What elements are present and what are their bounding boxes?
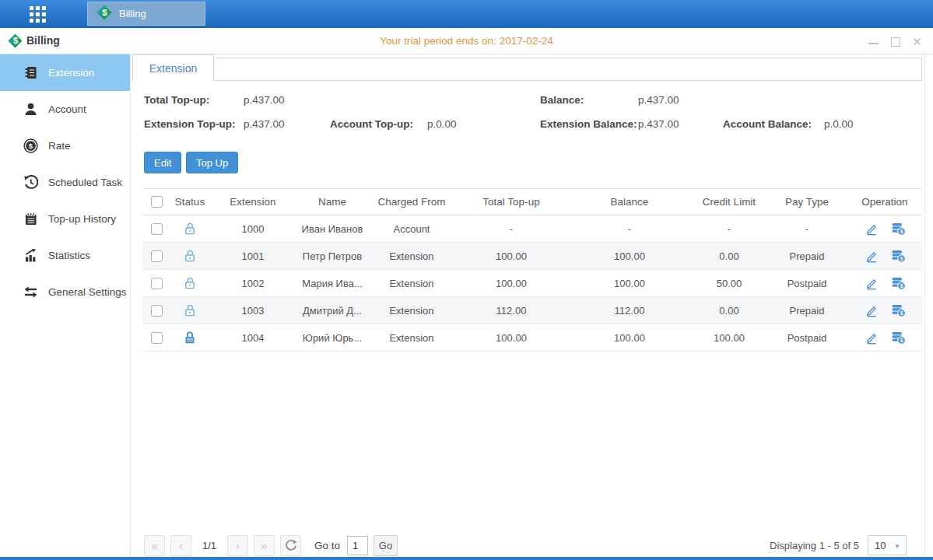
prev-page-button[interactable]: ‹ [170, 535, 191, 556]
operation-cell: $ [847, 222, 922, 236]
goto-page-input[interactable] [347, 536, 368, 555]
top-up-coins-icon[interactable]: $ [891, 276, 906, 290]
select-all-checkbox[interactable] [151, 196, 163, 208]
sidebar-item-statistics[interactable]: Statistics [0, 237, 130, 274]
account-balance-value: p.0.00 [824, 118, 854, 130]
edit-button[interactable]: Edit [144, 152, 181, 173]
credit-limit-cell: 50.00 [692, 278, 766, 289]
table-header-row: StatusExtensionNameCharged FromTotal Top… [142, 188, 922, 215]
extension-topup-label: Extension Top-up: [144, 118, 236, 130]
top-up-coins-icon[interactable]: $ [891, 222, 906, 236]
table-row[interactable]: 1003Дмитрий Д...Extension112.00112.000.0… [142, 297, 922, 324]
row-checkbox[interactable] [151, 332, 163, 344]
edit-pencil-icon[interactable] [865, 303, 879, 317]
charged-from-cell: Extension [368, 250, 455, 262]
column-header-pay-type: Pay Type [766, 196, 847, 208]
svg-text:$: $ [900, 256, 903, 262]
balance-cell: 100.00 [567, 332, 692, 344]
top-up-button[interactable]: Top Up [186, 152, 238, 173]
column-header-charged-from: Charged From [368, 196, 455, 208]
table-row[interactable]: 1002Мария Ива...Extension100.00100.0050.… [142, 270, 922, 297]
edit-pencil-icon[interactable] [865, 331, 879, 345]
history-clock-icon [23, 175, 38, 190]
extension-balance-label: Extension Balance: [540, 118, 637, 130]
refresh-button[interactable] [280, 535, 301, 556]
table-row[interactable]: 1001Петр ПетровExtension100.00100.000.00… [142, 243, 922, 270]
go-button[interactable]: Go [374, 535, 398, 556]
row-checkbox-cell [142, 278, 170, 289]
column-header-operation: Operation [847, 196, 922, 208]
svg-text:$: $ [900, 310, 903, 317]
pagination: « ‹ 1/1 › » Go to Go [144, 534, 398, 556]
tab-extension[interactable]: Extension [132, 54, 214, 81]
next-page-button[interactable]: › [227, 535, 248, 556]
minimize-button[interactable] [868, 37, 879, 47]
table-row[interactable]: 1000Иван ИвановAccount----$ [142, 215, 922, 243]
top-up-coins-icon[interactable]: $ [891, 249, 906, 263]
charged-from-cell: Extension [368, 278, 455, 289]
top-up-coins-icon[interactable]: $ [891, 303, 906, 317]
page-size-value: 10 [875, 540, 886, 551]
row-checkbox[interactable] [151, 223, 163, 235]
sidebar: ExtensionAccount$RateScheduled TaskTop-u… [0, 54, 131, 557]
balance-value: p.437.00 [638, 94, 679, 106]
status-cell [170, 331, 209, 345]
bar-chart-icon [23, 248, 38, 263]
total-topup-label: Total Top-up: [144, 94, 209, 106]
pay-type-cell: Prepaid [766, 250, 847, 262]
sidebar-item-scheduled-task[interactable]: Scheduled Task [0, 164, 130, 201]
sidebar-item-label: Rate [48, 140, 71, 152]
name-cell: Дмитрий Д... [296, 305, 368, 317]
extension-balance-value: p.437.00 [638, 118, 679, 130]
dollar-circle-icon: $ [23, 138, 38, 153]
displaying-text: Displaying 1 - 5 of 5 [770, 540, 859, 551]
row-checkbox[interactable] [151, 305, 163, 317]
maximize-button[interactable] [890, 37, 900, 47]
lock-open-icon [183, 249, 197, 263]
taskbar: $ Billing ! [0, 0, 933, 28]
edit-pencil-icon[interactable] [865, 249, 879, 263]
edit-pencil-icon[interactable] [865, 276, 879, 290]
name-cell: Иван Иванов [296, 223, 368, 235]
pay-type-cell: Prepaid [766, 305, 847, 317]
edit-pencil-icon[interactable] [865, 222, 879, 236]
sidebar-item-account[interactable]: Account [0, 91, 130, 128]
last-page-button[interactable]: » [254, 535, 275, 556]
page-size-select[interactable]: 10 ▼ [868, 535, 907, 555]
sidebar-item-general-settings[interactable]: General Settings [0, 274, 130, 310]
chevron-down-icon: ▼ [894, 543, 900, 550]
account-topup-value: p.0.00 [427, 118, 457, 130]
lock-open-icon [183, 276, 197, 290]
row-checkbox[interactable] [151, 278, 163, 289]
operation-cell: $ [847, 249, 922, 263]
balance-cell: 100.00 [567, 250, 692, 262]
credit-limit-cell: 0.00 [692, 250, 766, 262]
row-checkbox[interactable] [151, 250, 163, 262]
header-checkbox-cell [142, 196, 170, 208]
taskbar-tab-billing[interactable]: $ Billing [87, 2, 205, 26]
svg-text:$: $ [900, 229, 903, 235]
total-topup-cell: 112.00 [455, 305, 567, 317]
extension-cell: 1004 [209, 332, 296, 344]
sidebar-item-extension[interactable]: Extension [0, 54, 130, 91]
charged-from-cell: Account [368, 223, 455, 235]
svg-text:$: $ [900, 338, 903, 344]
top-up-coins-icon[interactable]: $ [891, 331, 906, 345]
sidebar-item-label: Account [48, 103, 86, 115]
sidebar-item-rate[interactable]: $Rate [0, 128, 130, 164]
ledger-icon [23, 65, 38, 80]
total-topup-cell: - [455, 223, 567, 235]
credit-limit-cell: 100.00 [692, 332, 766, 344]
table-row[interactable]: 1004Юрий Юрь...Extension100.00100.00100.… [142, 324, 922, 352]
first-page-button[interactable]: « [144, 535, 165, 556]
close-button[interactable]: ✕ [912, 37, 922, 47]
taskbar-tab-label: Billing [119, 8, 146, 19]
pay-type-cell: Postpaid [766, 278, 847, 289]
window-titlebar: $ Billing Your trial period ends on: 201… [0, 28, 933, 54]
notepad-icon [23, 212, 38, 226]
app-grid-icon[interactable] [30, 6, 46, 23]
total-topup-cell: 100.00 [455, 332, 567, 344]
column-header-status: Status [170, 196, 209, 208]
sidebar-item-label: Extension [48, 67, 94, 79]
sidebar-item-top-up-history[interactable]: Top-up History [0, 201, 130, 237]
